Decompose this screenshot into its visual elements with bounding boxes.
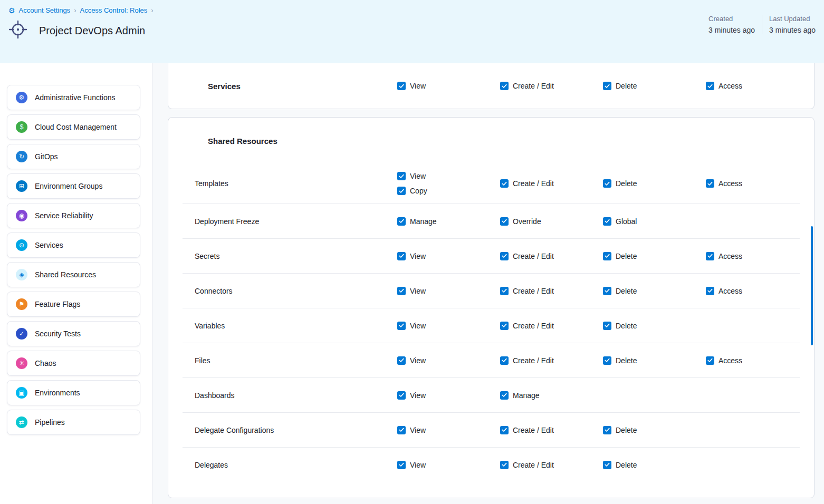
checkbox-create-edit[interactable]: Create / Edit	[500, 322, 603, 330]
breadcrumb-link-account-settings[interactable]: Account Settings	[19, 6, 71, 14]
permission-cell: Create / Edit	[500, 413, 603, 447]
sidebar-item-label: Environment Groups	[35, 182, 102, 190]
checkbox-delete[interactable]: Delete	[603, 461, 706, 469]
checkbox-copy[interactable]: Copy	[397, 187, 500, 195]
sidebar-item-pipelines[interactable]: ⇄Pipelines	[7, 410, 140, 435]
permission-cell: View	[397, 343, 500, 377]
checkbox-access[interactable]: Access	[706, 356, 800, 365]
row-label: Dashboards	[183, 391, 397, 400]
checkbox-create-edit[interactable]: Create / Edit	[500, 426, 603, 434]
checkbox-delete[interactable]: Delete	[603, 252, 706, 260]
checkbox-checked-icon	[500, 252, 509, 260]
sidebar-item-security-tests[interactable]: ✓Security Tests	[7, 321, 140, 346]
permission-cell: Delete	[603, 69, 706, 103]
sidebar-item-gitops[interactable]: ↻GitOps	[7, 144, 140, 169]
permission-cell: Global	[603, 204, 706, 238]
sidebar-item-environment-groups[interactable]: ⊞Environment Groups	[7, 173, 140, 199]
checkbox-access[interactable]: Access	[706, 252, 800, 260]
sidebar-item-chaos[interactable]: ✳Chaos	[7, 351, 140, 376]
permission-cell: Delete	[603, 163, 706, 203]
checkbox-create-edit[interactable]: Create / Edit	[500, 356, 603, 365]
permission-cell: Manage	[500, 378, 603, 412]
sidebar-item-shared-resources[interactable]: ◈Shared Resources	[7, 262, 140, 287]
checkbox-delete[interactable]: Delete	[603, 287, 706, 295]
checkbox-checked-icon	[603, 179, 611, 188]
row-label: Deployment Freeze	[183, 217, 397, 226]
permission-cell: Access	[706, 239, 800, 273]
sidebar-item-service-reliability[interactable]: ◉Service Reliability	[7, 203, 140, 228]
checkbox-view[interactable]: View	[397, 287, 500, 295]
checkbox-label: Delete	[616, 287, 637, 295]
sidebar-item-label: Service Reliability	[35, 211, 93, 220]
checkbox-checked-icon	[500, 322, 509, 330]
checkbox-view[interactable]: View	[397, 82, 500, 90]
checkbox-create-edit[interactable]: Create / Edit	[500, 287, 603, 295]
row-label: Files	[183, 356, 397, 365]
sidebar-item-cloud-cost-management[interactable]: $Cloud Cost Management	[7, 114, 140, 140]
sidebar-item-environments[interactable]: ▣Environments	[7, 380, 140, 405]
checkbox-delete[interactable]: Delete	[603, 82, 706, 90]
checkbox-checked-icon	[397, 172, 406, 180]
checkbox-create-edit[interactable]: Create / Edit	[500, 461, 603, 469]
checkbox-checked-icon	[500, 391, 509, 400]
checkbox-access[interactable]: Access	[706, 82, 814, 90]
sidebar-item-administrative-functions[interactable]: ⚙Administrative Functions	[7, 85, 140, 110]
checkbox-delete[interactable]: Delete	[603, 179, 706, 188]
sidebar-item-label: Pipelines	[35, 418, 65, 427]
checkbox-label: Access	[718, 252, 742, 260]
checkbox-label: Create / Edit	[513, 322, 554, 330]
breadcrumb-separator: ›	[151, 6, 153, 14]
last-updated-label: Last Updated	[769, 15, 816, 23]
checkbox-delete[interactable]: Delete	[603, 356, 706, 365]
checkbox-label: Delete	[616, 252, 637, 260]
checkbox-label: Create / Edit	[513, 179, 554, 188]
checkbox-checked-icon	[500, 426, 509, 434]
sidebar-item-feature-flags[interactable]: ⚑Feature Flags	[7, 292, 140, 317]
created-label: Created	[708, 15, 755, 23]
checkbox-delete[interactable]: Delete	[603, 426, 706, 434]
breadcrumb-link-access-control-roles[interactable]: Access Control: Roles	[80, 6, 147, 14]
checkbox-checked-icon	[397, 187, 406, 195]
title-row: Project DevOps Admin	[8, 20, 816, 41]
checkbox-create-edit[interactable]: Create / Edit	[500, 252, 603, 260]
permission-cell: View	[397, 239, 500, 273]
checkbox-checked-icon	[706, 82, 714, 90]
checkbox-label: Access	[718, 82, 742, 90]
permission-cell	[706, 378, 800, 412]
shared-resources-card: Shared Resources TemplatesViewCopyCreate…	[168, 117, 815, 498]
checkbox-view[interactable]: View	[397, 426, 500, 434]
row-label: Templates	[183, 179, 397, 188]
checkbox-view[interactable]: View	[397, 391, 500, 400]
checkbox-view[interactable]: View	[397, 172, 500, 180]
gitops-icon: ↻	[16, 151, 27, 162]
permission-cell: Delete	[603, 308, 706, 343]
checkbox-delete[interactable]: Delete	[603, 322, 706, 330]
checkbox-view[interactable]: View	[397, 461, 500, 469]
chaos-icon: ✳	[16, 357, 27, 369]
checkbox-create-edit[interactable]: Create / Edit	[500, 179, 603, 188]
checkbox-access[interactable]: Access	[706, 287, 800, 295]
permission-cell	[603, 378, 706, 412]
scrollbar-thumb[interactable]	[811, 226, 813, 345]
checkbox-label: Create / Edit	[513, 252, 554, 260]
checkbox-manage[interactable]: Manage	[397, 217, 500, 226]
permission-cell: Access	[706, 343, 800, 377]
flag-icon: ⚑	[16, 298, 27, 310]
checkbox-view[interactable]: View	[397, 252, 500, 260]
checkbox-global[interactable]: Global	[603, 217, 706, 226]
checkbox-checked-icon	[500, 179, 509, 188]
checkbox-label: Manage	[513, 391, 540, 400]
permission-cell: Delete	[603, 343, 706, 377]
checkbox-create-edit[interactable]: Create / Edit	[500, 82, 603, 90]
checkbox-override[interactable]: Override	[500, 217, 603, 226]
checkbox-label: View	[410, 461, 426, 469]
sidebar-item-label: Cloud Cost Management	[35, 123, 117, 131]
sidebar-item-services[interactable]: ⊙Services	[7, 232, 140, 258]
permission-row-connectors: ConnectorsViewCreate / EditDeleteAccess	[183, 274, 800, 308]
permission-cell: View	[397, 274, 500, 308]
checkbox-view[interactable]: View	[397, 356, 500, 365]
checkbox-checked-icon	[706, 252, 714, 260]
checkbox-access[interactable]: Access	[706, 179, 800, 188]
checkbox-view[interactable]: View	[397, 322, 500, 330]
checkbox-manage[interactable]: Manage	[500, 391, 603, 400]
